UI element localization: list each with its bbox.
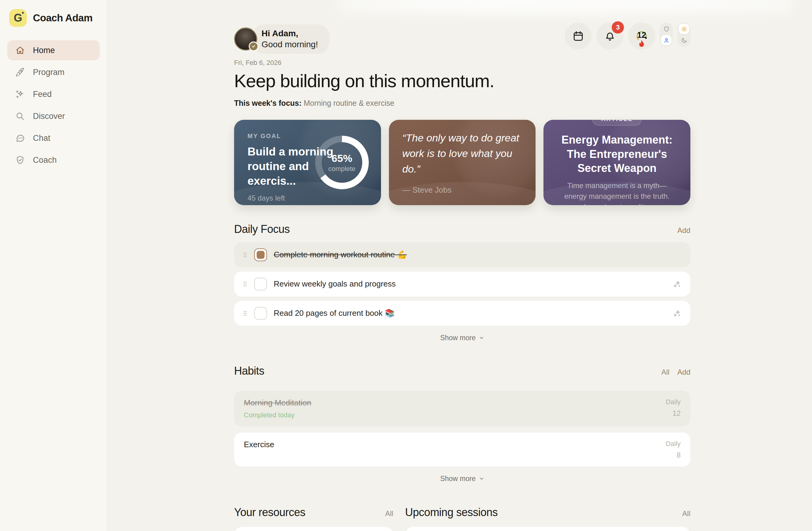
streak-gauge-button[interactable]: 12	[628, 23, 655, 49]
flame-icon	[636, 39, 648, 51]
habits-title: Habits	[234, 364, 264, 377]
task-checkbox[interactable]	[254, 307, 267, 320]
sidebar-item-discover[interactable]: Discover	[7, 106, 100, 126]
habit-meta: Daily 12	[666, 398, 681, 419]
sidebar-item-program[interactable]: Program	[7, 62, 100, 82]
resources-card: Habits Masterclass Personal Development …	[234, 527, 393, 531]
sidebar-item-label: Home	[33, 46, 55, 55]
show-more-label: Show more	[440, 475, 476, 483]
sidebar-item-label: Chat	[33, 133, 50, 143]
article-excerpt: Time management is a myth—energy managem…	[557, 181, 677, 205]
goal-progress-sub: complete	[315, 164, 369, 173]
logo-letter: G	[14, 12, 22, 24]
sessions-header: Upcoming sessions All	[405, 506, 691, 519]
sidebar-item-chat[interactable]: Chat	[7, 128, 100, 148]
task-row[interactable]: Review weekly goals and progress	[234, 272, 691, 297]
chevron-down-icon	[479, 476, 484, 481]
brand-name: Coach Adam	[33, 12, 92, 24]
habit-list: Morning Meditation Completed today Daily…	[234, 391, 691, 467]
ai-sparkle-icon[interactable]	[673, 309, 682, 318]
chevron-down-icon	[479, 335, 484, 341]
sun-icon	[681, 26, 687, 32]
sidebar-nav: Home Program Feed Discover Chat Coach	[7, 40, 100, 170]
greeting-bubble: Hi Adam, Good morning!	[252, 24, 330, 54]
resource-row[interactable]: Habits Masterclass Personal Development …	[245, 529, 382, 531]
home-icon	[15, 45, 25, 55]
dark-mode-option[interactable]	[679, 35, 689, 45]
calendar-button[interactable]	[565, 23, 592, 49]
sidebar-item-label: Program	[33, 68, 64, 77]
chat-icon	[15, 133, 25, 143]
habit-row[interactable]: Exercise Daily 8	[234, 432, 691, 467]
sidebar-item-coach[interactable]: Coach	[7, 150, 100, 170]
task-text: Review weekly goals and progress	[274, 279, 396, 289]
task-checkbox[interactable]	[254, 278, 267, 290]
sidebar-item-feed[interactable]: Feed	[7, 84, 100, 104]
notifications-button[interactable]: 3	[596, 23, 623, 49]
article-badge: ARTICLE	[592, 120, 642, 126]
daily-focus-show-more[interactable]: Show more	[440, 334, 484, 342]
theme-toggle[interactable]	[678, 23, 691, 47]
brand: G Coach Adam	[7, 9, 100, 27]
person-icon	[663, 37, 670, 44]
habits-show-more[interactable]: Show more	[440, 475, 484, 483]
greeting: Hi Adam, Good morning!	[234, 24, 330, 54]
calendar-icon	[572, 30, 584, 42]
main-area: Hi Adam, Good morning! 3 12	[107, 0, 812, 531]
client-view-option[interactable]	[661, 35, 671, 45]
app-logo: G	[9, 9, 27, 27]
habit-status: Completed today	[244, 411, 311, 419]
goal-progress-percent: 65%	[315, 152, 369, 164]
resources-header: Your resources All	[234, 506, 393, 519]
drag-handle-icon[interactable]	[243, 310, 247, 317]
ai-sparkle-icon[interactable]	[673, 279, 682, 289]
page-headline: Keep building on this momentum.	[234, 70, 691, 91]
article-card[interactable]: ARTICLE Energy Management: The Entrepren…	[543, 120, 691, 205]
sparkles-icon	[15, 89, 25, 99]
resources-all-button[interactable]: All	[385, 510, 393, 518]
hero-cards: MY GOAL Build a morning routine and exer…	[234, 120, 691, 205]
daily-focus-add-button[interactable]: Add	[677, 226, 691, 235]
drag-handle-icon[interactable]	[243, 252, 247, 258]
habits-add-button[interactable]: Add	[677, 368, 691, 376]
moon-icon	[681, 37, 687, 44]
shield-icon	[663, 26, 670, 32]
task-row[interactable]: Complete morning workout routine 💪	[234, 242, 691, 267]
article-title: Energy Management: The Entrepreneur's Se…	[557, 133, 677, 175]
sessions-card: Weekly Group Coaching Call Squad Call Fe…	[405, 527, 691, 531]
habit-name: Exercise	[244, 440, 274, 449]
page-header: Hi Adam, Good morning! 3 12	[234, 24, 691, 54]
view-mode-toggle[interactable]	[660, 23, 673, 47]
task-row[interactable]: Read 20 pages of current book 📚	[234, 301, 691, 326]
task-checkbox[interactable]	[254, 248, 267, 261]
goal-card[interactable]: MY GOAL Build a morning routine and exer…	[234, 120, 381, 205]
daily-focus-title: Daily Focus	[234, 223, 290, 235]
avatar[interactable]	[234, 27, 257, 51]
habits-header: Habits All Add	[234, 364, 691, 377]
weekly-focus-value: Morning routine & exercise	[304, 99, 394, 107]
quote-card[interactable]: “The only way to do great work is to lov…	[389, 120, 536, 205]
verified-check-icon	[249, 41, 259, 51]
quote-author: — Steve Jobs	[402, 185, 522, 195]
coach-view-option[interactable]	[661, 24, 671, 34]
sidebar-item-label: Coach	[33, 156, 57, 165]
sidebar-item-home[interactable]: Home	[7, 40, 100, 60]
shield-check-icon	[15, 155, 25, 165]
drag-handle-icon[interactable]	[243, 281, 247, 287]
session-row[interactable]: Weekly Group Coaching Call Squad Call Fe…	[416, 529, 679, 531]
sessions-all-button[interactable]: All	[682, 510, 691, 518]
notification-count-badge: 3	[612, 21, 624, 33]
sessions-section: Upcoming sessions All Weekly Group Coach…	[405, 506, 691, 531]
habits-all-button[interactable]: All	[662, 368, 670, 376]
habit-row[interactable]: Morning Meditation Completed today Daily…	[234, 391, 691, 427]
light-mode-option[interactable]	[679, 24, 689, 34]
habit-meta: Daily 8	[666, 440, 681, 459]
habit-streak: 8	[666, 451, 681, 459]
resources-title: Your resources	[234, 506, 305, 519]
habit-streak: 12	[666, 409, 681, 418]
weekly-focus-label: This week's focus:	[234, 99, 302, 107]
habit-frequency: Daily	[666, 440, 681, 448]
current-date: Fri, Feb 6, 2026	[234, 59, 691, 67]
greeting-message: Good morning!	[262, 39, 318, 50]
quote-text: “The only way to do great work is to lov…	[402, 130, 522, 177]
